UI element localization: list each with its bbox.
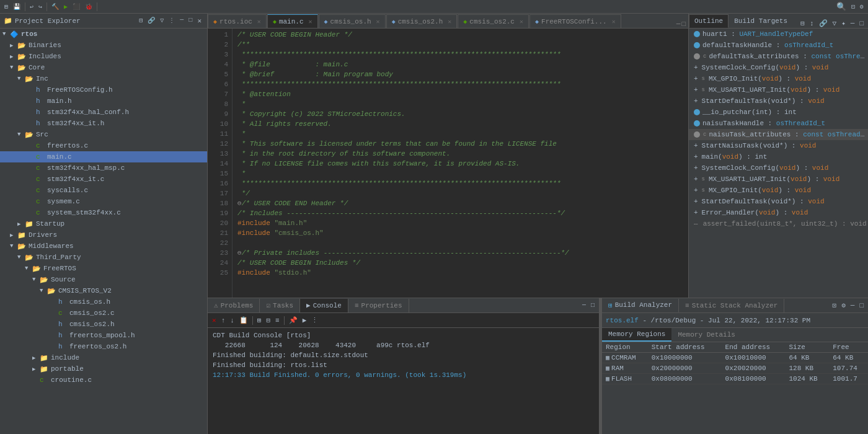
toolbar-icon-undo[interactable]: ↩ (28, 2, 35, 11)
outline-item-huart1[interactable]: huart1 : UART_HandleTypeDef (689, 29, 868, 40)
outline-item-gpio-init[interactable]: + s MX_GPIO_Init(void) : void (689, 73, 868, 84)
console-clear-btn[interactable]: ✕ (210, 316, 218, 325)
tree-item-src[interactable]: ▼ 📂 Src (0, 129, 207, 140)
console-minimize-btn[interactable]: ─ (580, 301, 588, 309)
console-btn-6[interactable]: ⊟ (264, 316, 272, 325)
tree-item-stm32-hal-msp[interactable]: ▶ c stm32f4xx_hal_msp.c (0, 162, 207, 174)
tab-close-freertos-conf[interactable]: ✕ (612, 18, 616, 25)
outline-action-2[interactable]: ↕ (808, 19, 816, 28)
maximize-editor-btn[interactable]: □ (681, 20, 686, 28)
view-menu-btn[interactable]: ⋮ (167, 16, 177, 25)
tree-item-sysmem[interactable]: ▶ c sysmem.c (0, 196, 207, 207)
ba-action-1[interactable]: ⊡ (831, 301, 839, 310)
tree-item-source-folder[interactable]: ▼ 📂 Source (0, 274, 207, 285)
outline-item-error-handler[interactable]: + Error_Handler(void) : void (689, 207, 868, 218)
tab-build-targets[interactable]: Build Targets (728, 14, 793, 28)
console-btn-10[interactable]: ⋮ (309, 316, 320, 325)
tree-item-cmsis-os-h[interactable]: ▶ h cmsis_os.h (0, 296, 207, 308)
outline-item-start-naisu[interactable]: + StartNaisuTask(void*) : void (689, 140, 868, 151)
tab-static-stack[interactable]: ≡ Static Stack Analyzer (679, 299, 784, 312)
tree-item-syscalls[interactable]: ▶ c syscalls.c (0, 185, 207, 196)
outline-maximize[interactable]: □ (857, 19, 866, 28)
tree-item-cmsis-rtos-v2[interactable]: ▼ 📂 CMSIS_RTOS_V2 (0, 285, 207, 296)
tab-close-cmsis-os-h[interactable]: ✕ (376, 18, 380, 25)
tree-item-stm32-hal-conf[interactable]: ▶ h stm32f4xx_hal_conf.h (0, 107, 207, 118)
outline-action-3[interactable]: 🔗 (817, 19, 830, 28)
outline-item-gpio-init-2[interactable]: + s MX_GPIO_Init(void) : void (689, 185, 868, 196)
console-maximize-btn[interactable]: □ (589, 301, 596, 309)
console-scroll-down-btn[interactable]: ↓ (228, 316, 236, 325)
close-btn[interactable]: ✕ (195, 16, 203, 25)
tree-item-stm32-it-h[interactable]: ▶ h stm32f4xx_it.h (0, 118, 207, 129)
minimize-editor-btn[interactable]: ─ (676, 20, 681, 28)
tree-item-stm32-it-c[interactable]: ▶ c stm32f4xx_it.c (0, 174, 207, 185)
tab-main-c[interactable]: ◆ main.c ✕ (267, 14, 318, 28)
filter-btn[interactable]: ▽ (158, 16, 166, 25)
outline-item-usart-init[interactable]: + s MX_USART1_UART_Init(void) : void (689, 84, 868, 95)
tab-cmsis-os2-c[interactable]: ◆ cmsis_os2.c ✕ (458, 14, 529, 28)
tree-item-freertosconfig[interactable]: ▶ h FreeRTOSConfig.h (0, 84, 207, 95)
tree-item-freertos-mpool[interactable]: ▶ h freertos_mpool.h (0, 330, 207, 341)
tab-close-main-c[interactable]: ✕ (309, 18, 312, 25)
subtab-memory-regions[interactable]: Memory Regions (602, 328, 671, 342)
subtab-memory-details[interactable]: Memory Details (671, 328, 741, 342)
tree-item-croutine[interactable]: ▶ c croutine.c (0, 374, 207, 386)
tree-item-freertos-os2-h[interactable]: ▶ h freertos_os2.h (0, 341, 207, 352)
console-content[interactable]: CDT Build Console [rtos] 22668 124 20628… (208, 328, 599, 434)
toolbar-icon-build[interactable]: 🔨 (50, 2, 61, 11)
tree-item-startup[interactable]: ▶ 📁 Startup (0, 218, 207, 229)
tree-item-system-stm32[interactable]: ▶ c system_stm32f4xx.c (0, 207, 207, 218)
tree-item-inc[interactable]: ▼ 📂 Inc (0, 73, 207, 84)
link-editor-btn[interactable]: 🔗 (146, 16, 157, 25)
outline-item-main[interactable]: + main(void) : int (689, 151, 868, 162)
outline-item-usart-init-2[interactable]: + s MX_USART1_UART_Init(void) : void (689, 174, 868, 185)
tab-outline[interactable]: Outline (689, 14, 728, 28)
outline-item-naisu-attrs[interactable]: c naisuTask_attributes : const osThreadA… (689, 129, 868, 140)
tab-close-cmsis-os2-c[interactable]: ✕ (520, 18, 523, 25)
tree-item-includes[interactable]: ▶ 📂 Includes (0, 51, 207, 62)
toolbar-icon-settings[interactable]: ⚙ (858, 2, 866, 11)
tab-properties[interactable]: ≡ Properties (348, 299, 409, 312)
tree-item-cmsis-os2-h[interactable]: ▶ h cmsis_os2.h (0, 319, 207, 330)
toolbar-icon-run[interactable]: ▶ (62, 2, 69, 11)
tab-tasks[interactable]: ☑ Tasks (260, 299, 300, 312)
tab-close-cmsis-os2-h[interactable]: ✕ (448, 18, 451, 25)
tree-item-rtos[interactable]: ▼ 🔷 rtos (0, 29, 207, 40)
tab-close-rtos-ioc[interactable]: ✕ (257, 18, 261, 25)
collapse-all-btn[interactable]: ⊟ (137, 16, 144, 25)
console-copy-btn[interactable]: 📋 (237, 316, 250, 325)
ba-action-2[interactable]: ⚙ (839, 301, 848, 310)
tree-item-binaries[interactable]: ▶ 📂 Binaries (0, 40, 207, 51)
tree-item-drivers[interactable]: ▶ 📁 Drivers (0, 229, 207, 241)
maximize-btn[interactable]: □ (187, 16, 194, 25)
toolbar-icon-debug[interactable]: 🐞 (83, 2, 94, 11)
tab-console[interactable]: ▶ Console (300, 299, 348, 312)
outline-action-4[interactable]: ▽ (831, 19, 839, 28)
tree-item-main-h[interactable]: ▶ h main.h (0, 95, 207, 107)
outline-action-star[interactable]: ✦ (839, 19, 848, 28)
toolbar-icon-save[interactable]: 💾 (11, 2, 22, 11)
console-scroll-up-btn[interactable]: ↑ (219, 316, 228, 325)
outline-item-sysclock[interactable]: + SystemClock_Config(void) : void (689, 62, 868, 73)
tab-cmsis-os2-h[interactable]: ◆ cmsis_os2.h ✕ (386, 14, 458, 28)
console-pin-btn[interactable]: 📌 (287, 316, 299, 325)
ba-maximize[interactable]: □ (857, 301, 866, 310)
tree-item-main-c[interactable]: ▶ c main.c (0, 151, 207, 162)
toolbar-icon-stop[interactable]: ⬛ (71, 2, 82, 11)
tree-item-portable[interactable]: ▶ 📁 portable (0, 363, 207, 374)
outline-item-io-putchar[interactable]: __io_putchar(int) : int (689, 107, 868, 118)
code-content[interactable]: /* USER CODE BEGIN Header *//** ********… (232, 29, 682, 298)
tree-item-freertos-c[interactable]: ▶ c freertos.c (0, 140, 207, 151)
tree-item-core[interactable]: ▼ 📂 Core (0, 62, 207, 73)
outline-item-assert-failed[interactable]: ╌ assert_failed(uint8_t*, uint32_t) : vo… (689, 218, 868, 229)
outline-item-sysclock-2[interactable]: + SystemClock_Config(void) : void (689, 162, 868, 174)
tree-item-third-party[interactable]: ▼ 📂 Third_Party (0, 252, 207, 263)
outline-item-default-task-handle[interactable]: defaultTaskHandle : osThreadId_t (689, 40, 868, 51)
tab-freertos-conf[interactable]: ◆ FreeRTOSConfi... ✕ (529, 14, 621, 28)
tree-item-middlewares[interactable]: ▼ 📂 Middlewares (0, 241, 207, 252)
ba-minimize[interactable]: ─ (849, 301, 857, 310)
tree-item-freertos[interactable]: ▼ 📂 FreeRTOS (0, 263, 207, 274)
outline-item-naisu-handle[interactable]: naisuTaskHandle : osThreadId_t (689, 118, 868, 129)
outline-action-1[interactable]: ⊟ (799, 19, 807, 28)
toolbar-icon-search[interactable]: 🔍 (835, 1, 848, 12)
